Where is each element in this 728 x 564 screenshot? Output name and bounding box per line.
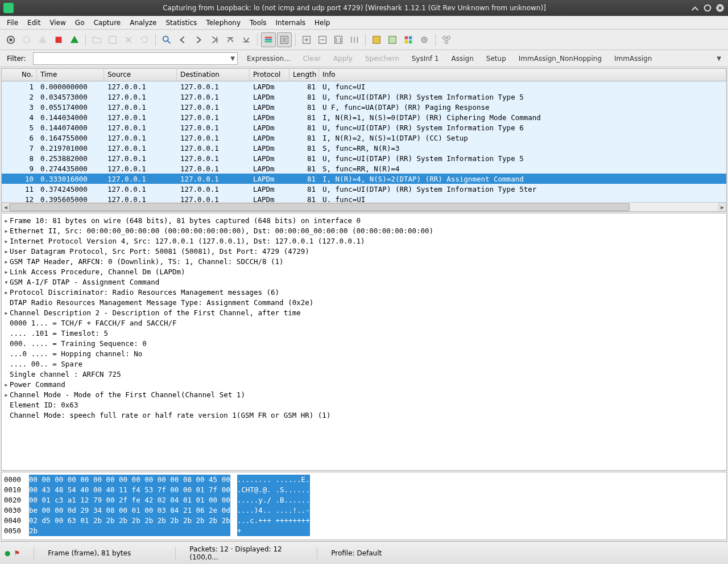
expand-icon[interactable] [3, 349, 10, 359]
detail-row[interactable]: ▸Link Access Procedure, Channel Dm (LAPD… [3, 267, 725, 277]
packet-row[interactable]: 10.000000000127.0.0.1127.0.0.1LAPDm81U, … [2, 81, 726, 92]
close-icon[interactable] [715, 3, 725, 13]
zoom-reset-icon[interactable]: 1:1 [331, 32, 346, 47]
detail-row[interactable]: Single channel : ARFCN 725 [3, 369, 725, 380]
menu-view[interactable]: View [45, 18, 70, 28]
chevron-down-icon[interactable]: ▼ [230, 55, 235, 61]
expand-icon[interactable]: ▾ [3, 277, 10, 287]
packet-bytes-pane[interactable]: 000000100020003000400050 00 00 00 00 00 … [1, 472, 727, 540]
column-header-time[interactable]: Time [37, 69, 104, 81]
go-last-icon[interactable] [239, 32, 254, 47]
go-first-icon[interactable] [223, 32, 238, 47]
expand-icon[interactable]: ▸ [3, 390, 10, 400]
packet-row[interactable]: 20.034573000127.0.0.1127.0.0.1LAPDm81U, … [2, 92, 726, 102]
zoom-out-icon[interactable] [315, 32, 330, 47]
column-header-source[interactable]: Source [104, 69, 177, 81]
packet-row[interactable]: 40.144034000127.0.0.1127.0.0.1LAPDm81I, … [2, 112, 726, 122]
stop-capture-icon[interactable] [51, 32, 66, 47]
detail-row[interactable]: Channel Mode: speech full rate or half r… [3, 410, 725, 421]
expand-icon[interactable]: ▸ [3, 216, 10, 226]
expand-icon[interactable] [3, 318, 10, 328]
column-header-protocol[interactable]: Protocol [250, 69, 289, 81]
menu-file[interactable]: File [2, 18, 23, 28]
menu-analyze[interactable]: Analyze [125, 18, 161, 28]
expand-icon[interactable]: ▸ [3, 380, 10, 390]
menu-statistics[interactable]: Statistics [161, 18, 201, 28]
detail-row[interactable]: ▸GSM TAP Header, ARFCN: 0 (Downlink), TS… [3, 257, 725, 267]
packet-row[interactable]: 110.374245000127.0.0.1127.0.0.1LAPDm81U,… [2, 184, 726, 194]
expand-icon[interactable] [3, 359, 10, 369]
packet-row[interactable]: 90.274435000127.0.0.1127.0.0.1LAPDm81S, … [2, 163, 726, 174]
expand-icon[interactable]: ▸ [3, 257, 10, 267]
hex-bytes-row[interactable]: 00 43 48 54 40 00 40 11 f4 53 7f 00 00 0… [29, 485, 230, 495]
packet-row[interactable]: 80.253882000127.0.0.1127.0.0.1LAPDm81U, … [2, 153, 726, 163]
packet-list-body[interactable]: 10.000000000127.0.0.1127.0.0.1LAPDm81U, … [2, 81, 726, 202]
detail-row[interactable]: ▸ Power Command [3, 380, 725, 390]
colorize-icon[interactable] [261, 32, 276, 47]
hex-ascii-row[interactable]: .CHT@.@. .S...... [237, 485, 310, 495]
packet-list-header[interactable]: No. Time Source Destination Protocol Len… [2, 69, 726, 81]
packet-row[interactable]: 50.144074000127.0.0.1127.0.0.1LAPDm81U, … [2, 122, 726, 133]
detail-row[interactable]: ▾GSM A-I/F DTAP - Assignment Command [3, 277, 725, 287]
detail-row[interactable]: ▸ Channel Mode - Mode of the First Chann… [3, 390, 725, 400]
detail-row[interactable]: DTAP Radio Resources Management Message … [3, 298, 725, 308]
display-filters-icon[interactable] [385, 32, 400, 47]
packet-row[interactable]: 70.219701000127.0.0.1127.0.0.1LAPDm81S, … [2, 143, 726, 153]
detail-row[interactable]: ▸ Protocol Discriminator: Radio Resource… [3, 287, 725, 298]
status-profile[interactable]: Profile: Default [331, 549, 382, 557]
menu-internals[interactable]: Internals [271, 18, 311, 28]
menu-tools[interactable]: Tools [245, 18, 271, 28]
help-icon[interactable] [439, 32, 454, 47]
filter-input[interactable]: ▼ [33, 52, 238, 65]
hex-bytes-row[interactable]: 2b [29, 526, 230, 536]
menu-capture[interactable]: Capture [89, 18, 125, 28]
hex-bytes-row[interactable]: 00 00 00 00 00 00 00 00 00 00 00 00 08 0… [29, 475, 230, 485]
maximize-icon[interactable] [703, 3, 712, 13]
menu-go[interactable]: Go [71, 18, 89, 28]
capture-filters-icon[interactable] [369, 32, 384, 47]
scroll-right-icon[interactable]: ▸ [718, 203, 726, 212]
restart-capture-icon[interactable] [67, 32, 82, 47]
expand-icon[interactable]: ▸ [3, 236, 10, 246]
expert-info-icon[interactable]: ⚑ [14, 549, 20, 557]
hex-ascii-row[interactable]: ...c.+++ ++++++++ [237, 516, 310, 526]
filter-preset-assign[interactable]: Assign [448, 55, 477, 63]
packet-row[interactable]: 60.164755000127.0.0.1127.0.0.1LAPDm81I, … [2, 133, 726, 143]
detail-row[interactable]: ...0 .... = Hopping channel: No [3, 349, 725, 359]
packet-details-pane[interactable]: ▸Frame 10: 81 bytes on wire (648 bits), … [1, 213, 727, 471]
expand-icon[interactable] [3, 298, 10, 308]
zoom-in-icon[interactable] [299, 32, 314, 47]
resize-columns-icon[interactable] [347, 32, 362, 47]
interfaces-icon[interactable] [3, 32, 18, 47]
packet-row[interactable]: 30.055174000127.0.0.1127.0.0.1LAPDm81U F… [2, 102, 726, 112]
find-icon[interactable] [159, 32, 174, 47]
expand-icon[interactable]: ▸ [3, 246, 10, 257]
expand-icon[interactable] [3, 369, 10, 380]
detail-row[interactable]: .... .101 = Timeslot: 5 [3, 328, 725, 339]
minimize-icon[interactable] [690, 3, 700, 13]
scroll-left-icon[interactable]: ◂ [2, 203, 10, 212]
hex-ascii-row[interactable]: + [237, 526, 310, 536]
expand-icon[interactable]: ▸ [3, 287, 10, 298]
expand-icon[interactable]: ▸ [3, 267, 10, 277]
filter-preset-immassign[interactable]: ImmAssign [611, 55, 655, 63]
menu-help[interactable]: Help [310, 18, 334, 28]
detail-row[interactable]: ▸ Channel Description 2 - Description of… [3, 308, 725, 318]
detail-row[interactable]: 0000 1... = TCH/F + FACCH/F and SACCH/F [3, 318, 725, 328]
go-back-icon[interactable] [175, 32, 190, 47]
column-header-no[interactable]: No. [2, 69, 37, 81]
filter-preset-immassign-nh[interactable]: ImmAssign_NonHopping [515, 55, 605, 63]
menu-telephony[interactable]: Telephony [201, 18, 245, 28]
expand-icon[interactable] [3, 410, 10, 421]
hex-ascii-row[interactable]: ....)4.. ....!..- [237, 505, 310, 516]
detail-row[interactable]: ▸Internet Protocol Version 4, Src: 127.0… [3, 236, 725, 246]
hex-ascii-row[interactable]: ........ ......E. [237, 475, 310, 485]
chevron-down-icon[interactable]: ▼ [717, 55, 721, 61]
detail-row[interactable]: ▸Frame 10: 81 bytes on wire (648 bits), … [3, 216, 725, 226]
hex-ascii-row[interactable]: .....y./ .B...... [237, 495, 310, 505]
packet-row[interactable]: 100.333016000127.0.0.1127.0.0.1LAPDm81I,… [2, 174, 726, 184]
column-header-length[interactable]: Length [289, 69, 319, 81]
hex-bytes-row[interactable]: 00 01 c3 a1 12 79 00 2f fe 42 02 04 01 0… [29, 495, 230, 505]
column-header-info[interactable]: Info [319, 69, 726, 81]
go-forward-icon[interactable] [191, 32, 206, 47]
